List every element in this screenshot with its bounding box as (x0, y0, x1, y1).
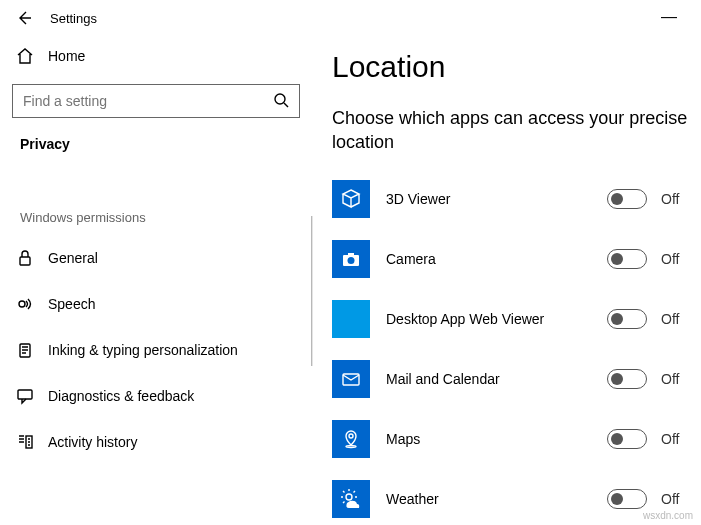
search-input[interactable] (23, 93, 273, 109)
history-icon (16, 433, 34, 451)
app-tile (332, 180, 370, 218)
toggle-state: Off (661, 311, 701, 327)
sidebar-item-label: Inking & typing personalization (48, 342, 238, 358)
svg-point-2 (19, 301, 25, 307)
page-subtitle: Choose which apps can access your precis… (332, 106, 701, 155)
sidebar-item-speech[interactable]: Speech (8, 281, 304, 327)
app-list: 3D Viewer Off Camera Off Desktop App Web… (332, 169, 701, 525)
app-tile (332, 420, 370, 458)
toggle-switch[interactable] (607, 489, 647, 509)
toggle-state: Off (661, 251, 701, 267)
app-name: Weather (386, 491, 607, 507)
svg-point-0 (275, 94, 285, 104)
mail-icon (340, 368, 362, 390)
scroll-indicator[interactable] (311, 216, 313, 366)
app-tile (332, 480, 370, 518)
weather-icon (340, 488, 362, 510)
toggle-switch[interactable] (607, 189, 647, 209)
search-box[interactable] (12, 84, 300, 118)
home-icon (16, 47, 34, 65)
app-tile (332, 300, 370, 338)
svg-point-12 (346, 494, 352, 500)
svg-point-10 (349, 434, 353, 438)
sidebar-item-label: General (48, 250, 98, 266)
arrow-left-icon (16, 10, 32, 26)
app-row-3d-viewer: 3D Viewer Off (332, 169, 701, 229)
svg-point-11 (346, 445, 356, 447)
svg-rect-4 (18, 390, 32, 399)
app-name: Camera (386, 251, 607, 267)
toggle-state: Off (661, 491, 701, 507)
sidebar-item-general[interactable]: General (8, 235, 304, 281)
toggle-switch[interactable] (607, 429, 647, 449)
search-icon (273, 92, 289, 111)
app-tile (332, 240, 370, 278)
titlebar: Settings — (0, 0, 701, 36)
back-button[interactable] (8, 2, 40, 34)
app-row-maps: Maps Off (332, 409, 701, 469)
speech-icon (16, 295, 34, 313)
toggle-switch[interactable] (607, 249, 647, 269)
toggle-state: Off (661, 191, 701, 207)
toggle-switch[interactable] (607, 369, 647, 389)
map-pin-icon (340, 428, 362, 450)
window-title: Settings (50, 11, 97, 26)
sidebar: Home Privacy Windows permissions General… (0, 36, 312, 525)
sidebar-item-label: Speech (48, 296, 95, 312)
app-name: Desktop App Web Viewer (386, 311, 607, 327)
sidebar-item-inking[interactable]: Inking & typing personalization (8, 327, 304, 373)
lock-icon (16, 249, 34, 267)
minimize-button[interactable]: — (661, 8, 677, 26)
app-row-mail-calendar: Mail and Calendar Off (332, 349, 701, 409)
sidebar-item-activity[interactable]: Activity history (8, 419, 304, 465)
app-name: Mail and Calendar (386, 371, 607, 387)
svg-point-7 (348, 257, 355, 264)
content-pane: Location Choose which apps can access yo… (312, 36, 701, 525)
feedback-icon (16, 387, 34, 405)
camera-icon (340, 248, 362, 270)
home-nav[interactable]: Home (8, 36, 304, 76)
sidebar-item-label: Diagnostics & feedback (48, 388, 194, 404)
app-tile (332, 360, 370, 398)
toggle-state: Off (661, 371, 701, 387)
svg-rect-1 (20, 257, 30, 265)
home-label: Home (48, 48, 85, 64)
app-name: 3D Viewer (386, 191, 607, 207)
cube-icon (340, 188, 362, 210)
active-section: Privacy (8, 132, 304, 152)
app-name: Maps (386, 431, 607, 447)
svg-rect-8 (348, 253, 354, 256)
watermark: wsxdn.com (643, 510, 693, 521)
clipboard-icon (16, 341, 34, 359)
app-row-camera: Camera Off (332, 229, 701, 289)
app-row-desktop-web-viewer: Desktop App Web Viewer Off (332, 289, 701, 349)
toggle-state: Off (661, 431, 701, 447)
sidebar-item-label: Activity history (48, 434, 137, 450)
group-label: Windows permissions (8, 210, 304, 235)
sidebar-item-diagnostics[interactable]: Diagnostics & feedback (8, 373, 304, 419)
toggle-switch[interactable] (607, 309, 647, 329)
page-title: Location (332, 50, 701, 84)
